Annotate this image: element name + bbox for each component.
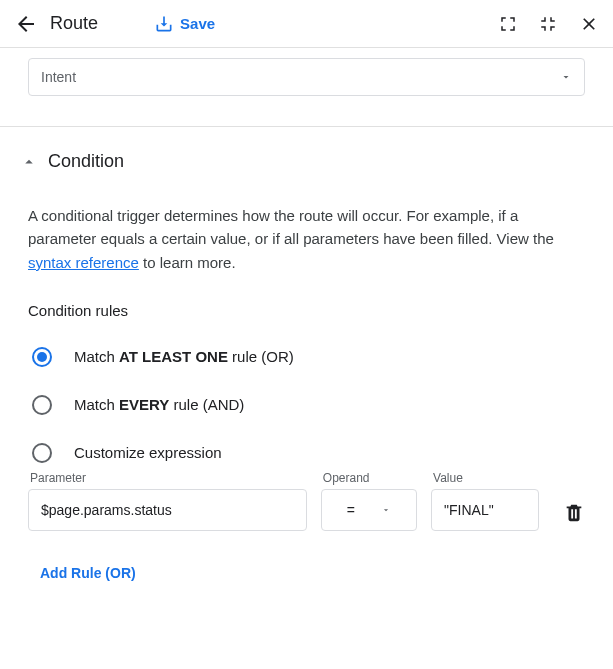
operand-label: Operand bbox=[323, 471, 417, 485]
expand-icon[interactable] bbox=[499, 15, 517, 33]
desc-prefix: A conditional trigger determines how the… bbox=[28, 207, 554, 247]
radio-match-or[interactable]: Match AT LEAST ONE rule (OR) bbox=[32, 347, 585, 367]
condition-rules-label: Condition rules bbox=[28, 302, 585, 319]
radio-customize[interactable]: Customize expression bbox=[32, 443, 585, 463]
close-icon[interactable] bbox=[579, 14, 599, 34]
intent-select[interactable]: Intent bbox=[28, 58, 585, 96]
value-label: Value bbox=[433, 471, 539, 485]
radio-icon-unchecked bbox=[32, 443, 52, 463]
back-arrow-icon[interactable] bbox=[14, 12, 38, 36]
radio-icon-unchecked bbox=[32, 395, 52, 415]
collapse-icon[interactable] bbox=[539, 15, 557, 33]
add-rule-button[interactable]: Add Rule (OR) bbox=[40, 565, 136, 581]
operand-value: = bbox=[347, 502, 355, 518]
condition-section-toggle[interactable]: Condition bbox=[20, 151, 585, 172]
radio-match-and[interactable]: Match EVERY rule (AND) bbox=[32, 395, 585, 415]
operand-select[interactable]: = bbox=[321, 489, 417, 531]
dropdown-icon bbox=[381, 505, 391, 515]
radio-custom-label: Customize expression bbox=[74, 444, 222, 461]
radio-or-label: Match AT LEAST ONE rule (OR) bbox=[74, 348, 294, 365]
delete-rule-button[interactable] bbox=[563, 501, 585, 523]
dropdown-icon bbox=[560, 71, 572, 83]
top-bar: Route Save bbox=[0, 0, 613, 48]
save-button[interactable]: Save bbox=[154, 14, 215, 34]
radio-icon-checked bbox=[32, 347, 52, 367]
condition-description: A conditional trigger determines how the… bbox=[28, 204, 585, 274]
parameter-label: Parameter bbox=[30, 471, 307, 485]
chevron-up-icon bbox=[20, 153, 38, 171]
syntax-reference-link[interactable]: syntax reference bbox=[28, 254, 139, 271]
section-title: Condition bbox=[48, 151, 124, 172]
page-title: Route bbox=[50, 13, 98, 34]
desc-suffix: to learn more. bbox=[139, 254, 236, 271]
value-input[interactable] bbox=[444, 502, 526, 518]
radio-and-label: Match EVERY rule (AND) bbox=[74, 396, 244, 413]
save-label: Save bbox=[180, 15, 215, 32]
value-input-box bbox=[431, 489, 539, 531]
trash-icon bbox=[563, 501, 585, 523]
parameter-input[interactable] bbox=[41, 502, 294, 518]
parameter-input-box bbox=[28, 489, 307, 531]
window-controls bbox=[499, 14, 599, 34]
intent-placeholder: Intent bbox=[41, 69, 76, 85]
condition-rule-row: Parameter Operand = Value bbox=[28, 471, 585, 531]
save-icon bbox=[154, 14, 174, 34]
